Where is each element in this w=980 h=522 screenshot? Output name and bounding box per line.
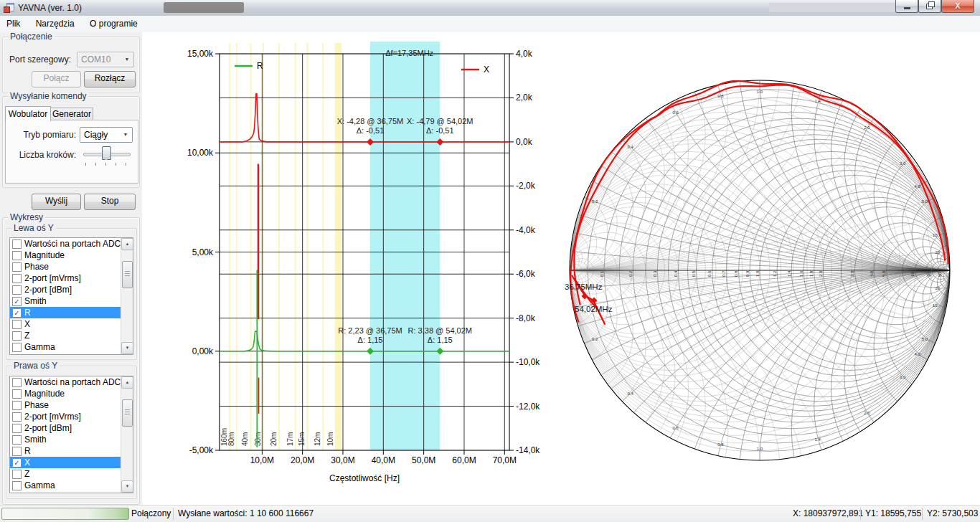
axis-series-option[interactable]: 2-port [dBm] bbox=[10, 284, 133, 295]
tab-wobulator[interactable]: Wobulator bbox=[5, 106, 51, 121]
checkbox-icon[interactable] bbox=[12, 401, 22, 410]
svg-text:0.3: 0.3 bbox=[653, 270, 657, 277]
axis-series-option[interactable]: Gamma bbox=[10, 480, 133, 491]
restore-button[interactable] bbox=[918, 0, 941, 13]
svg-text:4.0: 4.0 bbox=[915, 184, 921, 189]
svg-text:Częstotliwość [Hz]: Częstotliwość [Hz] bbox=[329, 473, 400, 483]
restore-icon bbox=[926, 4, 933, 9]
axis-series-option-label: Wartości na portach ADC bbox=[24, 239, 121, 249]
checkbox-icon[interactable] bbox=[12, 285, 22, 295]
scrollbar[interactable]: ▲ ▼ bbox=[121, 376, 133, 493]
svg-text:1.4: 1.4 bbox=[815, 437, 821, 442]
cursor-frequency-band[interactable] bbox=[370, 42, 440, 450]
svg-text:Δ: 1,15: Δ: 1,15 bbox=[358, 336, 383, 344]
send-button[interactable]: Wyślij bbox=[32, 194, 81, 210]
checkbox-icon[interactable] bbox=[12, 481, 22, 490]
svg-text:0,00k: 0,00k bbox=[192, 346, 214, 356]
checkbox-icon[interactable] bbox=[12, 343, 22, 352]
scroll-up-button[interactable]: ▲ bbox=[121, 238, 133, 250]
axis-series-option[interactable]: ✓R bbox=[10, 307, 133, 318]
scroll-up-button[interactable]: ▲ bbox=[121, 376, 133, 389]
svg-text:10m: 10m bbox=[326, 432, 334, 446]
checkbox-icon[interactable] bbox=[12, 251, 22, 260]
checkbox-icon[interactable] bbox=[12, 447, 22, 456]
checkbox-icon[interactable] bbox=[12, 435, 22, 445]
checkbox-icon[interactable] bbox=[12, 389, 22, 399]
chevron-down-icon: ▼ bbox=[122, 54, 132, 64]
scrollbar[interactable]: ▲ ▼ bbox=[121, 238, 133, 354]
connect-button[interactable]: Połącz bbox=[32, 71, 81, 87]
axis-series-option[interactable]: Z bbox=[10, 330, 133, 341]
scroll-down-button[interactable]: ▼ bbox=[121, 480, 133, 493]
slider-thumb[interactable] bbox=[102, 146, 111, 160]
disconnect-button[interactable]: Rozłącz bbox=[84, 71, 136, 87]
svg-text:0.8: 0.8 bbox=[717, 94, 724, 98]
scroll-thumb[interactable] bbox=[122, 399, 133, 427]
right-axis-series-list[interactable]: Wartości na portach ADCMagnitudePhase2-p… bbox=[9, 376, 133, 493]
serial-port-combo[interactable]: COM10 ▼ bbox=[77, 52, 134, 67]
axis-series-option[interactable]: ✓X bbox=[10, 457, 133, 468]
svg-text:1.0: 1.0 bbox=[755, 270, 760, 277]
checkbox-icon[interactable] bbox=[12, 239, 22, 249]
app-icon bbox=[4, 3, 14, 12]
axis-series-option[interactable]: R bbox=[10, 445, 133, 457]
measure-mode-label: Tryb pomiaru: bbox=[9, 130, 76, 140]
axis-series-option[interactable]: 2-port [mVrms] bbox=[10, 272, 133, 284]
checkbox-icon[interactable] bbox=[12, 320, 22, 329]
axis-series-option[interactable]: Phase bbox=[10, 261, 133, 272]
sent-values: Wysłane wartości: 1 10 600 116667 bbox=[178, 508, 314, 518]
axis-series-option[interactable]: Wartości na portach ADC bbox=[10, 376, 133, 388]
checkbox-icon[interactable] bbox=[12, 378, 22, 387]
menu-plik[interactable]: Plik bbox=[0, 16, 27, 32]
axis-series-option[interactable]: 2-port [mVrms] bbox=[10, 411, 133, 422]
svg-text:10,0M: 10,0M bbox=[250, 455, 274, 465]
checkbox-checked-icon[interactable]: ✓ bbox=[12, 308, 22, 318]
axis-series-option[interactable]: 2-port [dBm] bbox=[10, 422, 133, 434]
svg-text:1.0: 1.0 bbox=[757, 447, 763, 451]
serial-port-label: Port szeregowy: bbox=[9, 54, 71, 65]
stop-button[interactable]: Stop bbox=[84, 194, 136, 210]
axis-series-option[interactable]: Smith bbox=[10, 434, 133, 445]
axis-series-option[interactable]: Magnitude bbox=[10, 250, 133, 261]
scroll-thumb[interactable] bbox=[122, 261, 133, 288]
checkbox-checked-icon[interactable]: ✓ bbox=[12, 458, 22, 468]
measure-mode-combo[interactable]: Ciągły ▼ bbox=[80, 127, 133, 143]
svg-text:10: 10 bbox=[933, 233, 938, 237]
svg-text:0.6: 0.6 bbox=[673, 426, 679, 430]
svg-text:1.6: 1.6 bbox=[799, 270, 804, 277]
svg-text:-12,0k: -12,0k bbox=[516, 402, 540, 412]
axis-series-option[interactable]: ✓Smith bbox=[10, 295, 133, 307]
svg-text:0.6: 0.6 bbox=[673, 110, 679, 115]
left-axis-series-list[interactable]: Wartości na portach ADCMagnitudePhase2-p… bbox=[9, 237, 133, 355]
checkbox-icon[interactable] bbox=[12, 412, 22, 422]
minimize-button[interactable] bbox=[895, 0, 918, 13]
menu-o-programie[interactable]: O programie bbox=[83, 16, 144, 32]
svg-text:5,00k: 5,00k bbox=[192, 247, 214, 257]
steps-label: Liczba kroków: bbox=[9, 150, 76, 160]
progress-bar bbox=[1, 508, 129, 520]
axis-series-option[interactable]: Magnitude bbox=[10, 388, 133, 399]
axis-series-option[interactable]: Phase bbox=[10, 399, 133, 411]
checkbox-icon[interactable] bbox=[12, 274, 22, 283]
svg-text:R: R bbox=[257, 61, 263, 71]
checkbox-icon[interactable] bbox=[12, 331, 22, 341]
checkbox-icon[interactable] bbox=[12, 262, 22, 272]
svg-text:50,0M: 50,0M bbox=[412, 455, 435, 465]
steps-slider[interactable] bbox=[80, 143, 134, 176]
menu-narzedzia[interactable]: Narzędzia bbox=[29, 16, 81, 32]
close-icon: X bbox=[955, 2, 960, 10]
svg-text:2.0: 2.0 bbox=[819, 270, 823, 277]
axis-series-option[interactable]: Z bbox=[10, 468, 133, 480]
checkbox-icon[interactable] bbox=[12, 424, 22, 433]
svg-text:70,0M: 70,0M bbox=[493, 455, 517, 465]
axis-series-option[interactable]: Gamma bbox=[10, 341, 133, 353]
scroll-down-button[interactable]: ▼ bbox=[121, 342, 133, 354]
svg-text:20,0M: 20,0M bbox=[291, 455, 314, 465]
cursor-x-value: X: 180937972,891 bbox=[793, 508, 863, 518]
checkbox-checked-icon[interactable]: ✓ bbox=[12, 297, 22, 306]
svg-text:40,0M: 40,0M bbox=[372, 455, 395, 465]
axis-series-option[interactable]: Wartości na portach ADC bbox=[10, 238, 133, 250]
checkbox-icon[interactable] bbox=[12, 470, 22, 479]
close-button[interactable]: X bbox=[941, 0, 974, 13]
axis-series-option[interactable]: X bbox=[10, 318, 133, 330]
